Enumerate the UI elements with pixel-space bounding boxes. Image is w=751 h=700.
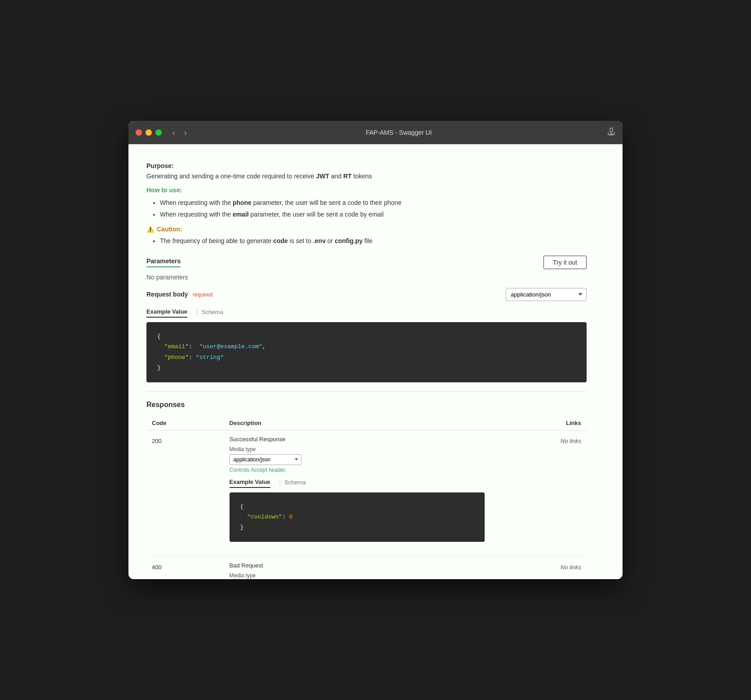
browser-window: ‹ › FAP-AMS - Swagger UI Purpose: Genera… xyxy=(128,121,623,579)
response-code-200: 200 xyxy=(146,430,224,556)
how-to-use-label: How to use: xyxy=(146,186,587,194)
caution-suffix: file xyxy=(362,237,372,244)
required-label: required xyxy=(193,292,212,298)
response-desc-400: Bad Request Media type application/json … xyxy=(224,556,490,579)
caution-section: ⚠️ Caution: The frequency of being able … xyxy=(146,226,587,247)
phone-bold: phone xyxy=(233,199,252,206)
share-button[interactable] xyxy=(607,128,615,138)
media-type-select-200[interactable]: application/json xyxy=(230,454,301,465)
caution-icon: ⚠️ xyxy=(146,226,154,233)
responses-table: Code Description Links 200 Success xyxy=(146,416,587,579)
bullet-prefix-1: When requesting with the xyxy=(160,199,233,206)
responses-section: Responses Code Description Links xyxy=(146,391,587,579)
caution-or: or xyxy=(326,237,335,244)
list-item: When requesting with the phone parameter… xyxy=(160,197,587,208)
purpose-text-prefix: Generating and sending a one-time code r… xyxy=(146,173,316,180)
caution-label: ⚠️ Caution: xyxy=(146,226,587,233)
purpose-suffix: tokens xyxy=(352,173,372,180)
caution-prefix: The frequency of being able to generate xyxy=(160,237,273,244)
caution-list: The frequency of being able to generate … xyxy=(146,235,587,247)
tab-divider: | xyxy=(196,308,198,316)
minimize-button[interactable] xyxy=(146,129,152,136)
col-code: Code xyxy=(146,416,224,430)
table-header-row: Code Description Links xyxy=(146,416,587,430)
response-links-200: No links xyxy=(490,430,587,556)
parameters-title: Parameters xyxy=(146,257,181,267)
media-type-label-400: Media type xyxy=(230,572,485,579)
maximize-button[interactable] xyxy=(155,129,162,136)
example-schema-tabs: Example Value | Schema xyxy=(146,306,587,318)
env-bold: .env xyxy=(313,237,326,244)
code-bold: code xyxy=(273,237,288,244)
try-it-out-button[interactable]: Try it out xyxy=(543,256,587,269)
resp-code-line-3: } xyxy=(240,522,474,532)
request-body-header: Request body required application/json xyxy=(146,288,587,301)
traffic-lights xyxy=(136,129,162,136)
table-row: 200 Successful Response Media type appli… xyxy=(146,430,587,556)
window-title: FAP-AMS - Swagger UI xyxy=(190,129,607,136)
purpose-text: Generating and sending a one-time code r… xyxy=(146,171,587,181)
tab-divider: | xyxy=(279,479,281,486)
close-button[interactable] xyxy=(136,129,142,136)
caution-list-item: The frequency of being able to generate … xyxy=(160,235,587,247)
request-body-title: Request body xyxy=(146,291,188,298)
nav-buttons: ‹ › xyxy=(169,127,190,138)
response-200-tabs: Example Value | Schema xyxy=(230,477,485,488)
resp-code-line-2: "cooldown": 0 xyxy=(240,512,474,522)
parameters-section: Parameters Try it out No parameters xyxy=(146,256,587,281)
back-button[interactable]: ‹ xyxy=(169,127,179,138)
request-body-code-block: { "email": "user@example.com", "phone": … xyxy=(146,322,587,382)
parameters-header: Parameters Try it out xyxy=(146,256,587,269)
content-area: Purpose: Generating and sending a one-ti… xyxy=(128,144,623,579)
bullet-suffix-1: parameter, the user will be sent a code … xyxy=(252,199,402,206)
purpose-label: Purpose: xyxy=(146,162,587,169)
controls-accept-text: Controls Accept header. xyxy=(230,467,485,473)
jwt-bold: JWT xyxy=(316,173,329,180)
svg-rect-0 xyxy=(610,128,613,132)
response-desc-200: Successful Response Media type applicati… xyxy=(224,430,490,556)
request-body-section: Request body required application/json E… xyxy=(146,288,587,382)
request-body-title-row: Request body required xyxy=(146,290,212,298)
forward-button[interactable]: › xyxy=(181,127,190,138)
bullet-prefix-2: When requesting with the xyxy=(160,211,233,218)
response-links-400: No links xyxy=(490,556,587,579)
caution-text: Caution: xyxy=(157,226,182,233)
response-200-example-tab[interactable]: Example Value xyxy=(230,477,270,488)
resp-code-line-1: { xyxy=(240,501,474,512)
media-type-label-200: Media type xyxy=(230,446,485,452)
code-line-2: "email": "user@example.com", xyxy=(157,341,576,352)
email-bold: email xyxy=(233,211,249,218)
code-line-3: "phone": "string" xyxy=(157,352,576,363)
responses-title: Responses xyxy=(146,401,587,409)
rt-bold: RT xyxy=(343,173,352,180)
how-to-use-list: When requesting with the phone parameter… xyxy=(146,197,587,220)
how-to-use-section: How to use: When requesting with the pho… xyxy=(146,186,587,220)
table-row: 400 Bad Request Media type application/j… xyxy=(146,556,587,579)
col-links: Links xyxy=(490,416,587,430)
example-value-tab[interactable]: Example Value xyxy=(146,306,187,318)
col-description: Description xyxy=(224,416,490,430)
purpose-and: and xyxy=(329,173,343,180)
caution-middle: is set to xyxy=(288,237,313,244)
response-description: Successful Response xyxy=(230,436,485,443)
purpose-section: Purpose: Generating and sending a one-ti… xyxy=(146,162,587,181)
no-parameters-text: No parameters xyxy=(146,274,587,281)
response-200-code-block: { "cooldown": 0 } xyxy=(230,492,485,542)
response-description-400: Bad Request xyxy=(230,562,485,569)
code-line-4: } xyxy=(157,363,576,373)
bullet-suffix-2: parameter, the user will be sent a code … xyxy=(249,211,384,218)
response-200-schema-tab[interactable]: Schema xyxy=(284,477,306,487)
content-type-select[interactable]: application/json xyxy=(506,288,587,301)
configpy-bold: config.py xyxy=(335,237,362,244)
schema-tab[interactable]: Schema xyxy=(202,307,223,317)
list-item: When requesting with the email parameter… xyxy=(160,209,587,220)
main-content: Purpose: Generating and sending a one-ti… xyxy=(128,144,605,579)
response-code-400: 400 xyxy=(146,556,224,579)
code-line-1: { xyxy=(157,331,576,341)
titlebar: ‹ › FAP-AMS - Swagger UI xyxy=(128,121,623,144)
